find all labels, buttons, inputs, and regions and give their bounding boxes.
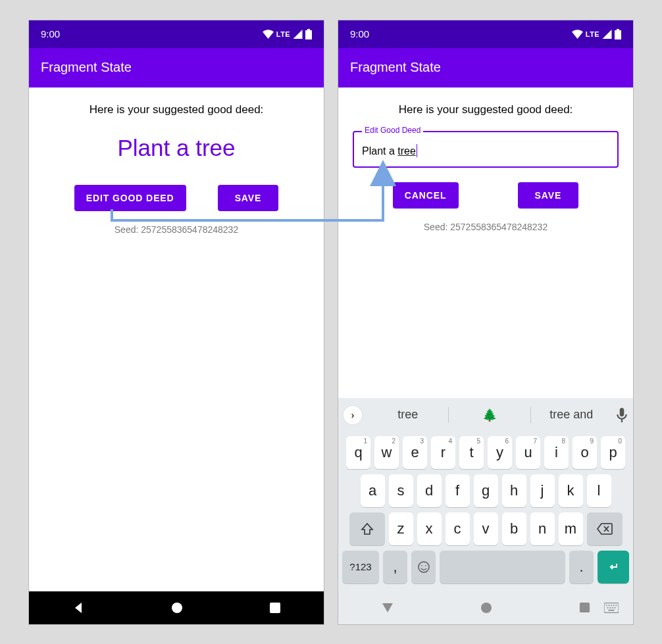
suggested-label: Here is your suggested good deed: — [41, 103, 312, 116]
space-key[interactable] — [440, 551, 565, 583]
svg-point-2 — [419, 562, 429, 572]
svg-point-4 — [425, 565, 426, 566]
wifi-icon — [263, 30, 274, 39]
wifi-icon — [572, 30, 583, 39]
enter-key[interactable] — [598, 551, 629, 583]
suggested-label: Here is your suggested good deed: — [353, 103, 619, 116]
kb-expand-icon[interactable]: › — [344, 406, 362, 424]
backspace-icon — [597, 523, 613, 535]
key-t[interactable]: t5 — [459, 436, 484, 469]
key-z[interactable]: z — [389, 512, 413, 545]
svg-rect-11 — [613, 605, 615, 606]
backspace-key[interactable] — [587, 512, 623, 545]
kb-suggestion-1[interactable]: tree — [367, 408, 448, 422]
deed-text: Plant a tree — [41, 135, 312, 161]
kb-suggestion-2[interactable]: 🌲 — [449, 408, 530, 422]
app-title: Fragment State — [41, 60, 132, 75]
svg-point-5 — [481, 603, 492, 613]
enter-icon — [607, 560, 620, 574]
svg-rect-9 — [608, 605, 609, 606]
shift-icon — [361, 522, 374, 535]
nav-home-icon[interactable] — [480, 601, 493, 614]
period-key[interactable]: . — [569, 551, 594, 583]
symbols-key[interactable]: ?123 — [342, 551, 379, 583]
key-h[interactable]: h — [502, 474, 526, 507]
signal-icon — [293, 30, 303, 39]
nav-back-icon[interactable] — [72, 601, 85, 614]
nav-recent-icon[interactable] — [579, 602, 590, 613]
svg-rect-12 — [615, 605, 617, 606]
key-j[interactable]: j — [530, 474, 555, 507]
key-d[interactable]: d — [417, 474, 442, 507]
key-m[interactable]: m — [559, 512, 583, 545]
svg-rect-10 — [611, 605, 612, 606]
key-x[interactable]: x — [417, 512, 442, 545]
button-row-right: CANCEL SAVE — [353, 182, 619, 209]
content-right: Here is your suggested good deed: Edit G… — [338, 87, 633, 398]
lte-label: LTE — [276, 30, 290, 38]
key-l[interactable]: l — [587, 474, 611, 507]
key-k[interactable]: k — [559, 474, 583, 507]
kb-row-1: q1w2e3r4t5y6u7i8o9p0 — [340, 436, 631, 469]
key-r[interactable]: r4 — [431, 436, 455, 469]
kb-row-4: ?123 , . — [340, 551, 631, 583]
shift-key[interactable] — [349, 512, 385, 545]
phone-right: 9:00 LTE Fragment State Here is your sug… — [338, 20, 634, 625]
nav-back-icon[interactable] — [381, 601, 394, 614]
svg-rect-15 — [612, 607, 613, 608]
edit-field-wrap: Edit Good Deed Plant a tree — [353, 131, 619, 168]
key-g[interactable]: g — [474, 474, 498, 507]
key-w[interactable]: w2 — [374, 436, 399, 469]
soft-keyboard[interactable]: › tree 🌲 tree and q1w2e3r4t5y6u7i8o9p0 a… — [338, 398, 633, 591]
battery-icon — [615, 29, 621, 39]
battery-icon — [305, 29, 312, 39]
nav-recent-icon[interactable] — [269, 602, 281, 614]
comma-key[interactable]: , — [383, 551, 407, 583]
lte-label: LTE — [586, 30, 599, 38]
svg-point-3 — [421, 565, 422, 566]
key-y[interactable]: y6 — [488, 436, 512, 469]
status-time: 9:00 — [350, 28, 369, 39]
app-title: Fragment State — [350, 60, 441, 75]
key-s[interactable]: s — [389, 474, 413, 507]
status-icons: LTE — [572, 29, 621, 39]
button-row-left: EDIT GOOD DEED SAVE — [41, 185, 312, 211]
save-button[interactable]: SAVE — [218, 185, 279, 211]
svg-rect-8 — [606, 605, 607, 606]
key-c[interactable]: c — [446, 512, 470, 545]
svg-point-0 — [172, 603, 182, 613]
app-bar: Fragment State — [29, 48, 324, 87]
status-bar: 9:00 LTE — [29, 20, 324, 48]
key-u[interactable]: u7 — [516, 436, 540, 469]
edit-good-deed-input[interactable]: Plant a tree — [353, 131, 619, 168]
emoji-key[interactable] — [411, 551, 436, 583]
nav-home-icon[interactable] — [170, 601, 184, 614]
key-p[interactable]: p0 — [601, 436, 625, 469]
phone-left: 9:00 LTE Fragment State Here is your sug… — [28, 20, 324, 625]
key-b[interactable]: b — [502, 512, 526, 545]
status-time: 9:00 — [41, 28, 60, 39]
cancel-button[interactable]: CANCEL — [393, 182, 459, 209]
seed-label: Seed: 2572558365478248232 — [353, 222, 619, 232]
key-i[interactable]: i8 — [544, 436, 569, 469]
svg-rect-7 — [604, 603, 619, 612]
svg-rect-14 — [609, 607, 611, 608]
kb-suggestion-3[interactable]: tree and — [531, 408, 612, 422]
svg-rect-16 — [615, 607, 616, 608]
seed-label: Seed: 2572558365478248232 — [41, 224, 312, 235]
keyboard-switch-icon[interactable] — [604, 603, 619, 613]
kb-rows: q1w2e3r4t5y6u7i8o9p0 asdfghjkl zxcvbnm ?… — [338, 432, 633, 591]
key-v[interactable]: v — [474, 512, 498, 545]
key-e[interactable]: e3 — [403, 436, 427, 469]
edit-good-deed-button[interactable]: EDIT GOOD DEED — [74, 185, 186, 211]
edit-value-prefix: Plant a — [362, 145, 397, 157]
key-a[interactable]: a — [361, 474, 385, 507]
key-f[interactable]: f — [446, 474, 470, 507]
mic-icon[interactable] — [616, 408, 628, 422]
key-o[interactable]: o9 — [573, 436, 597, 469]
app-bar: Fragment State — [338, 48, 633, 87]
save-button[interactable]: SAVE — [518, 182, 579, 209]
svg-rect-13 — [607, 607, 609, 608]
key-q[interactable]: q1 — [346, 436, 370, 469]
key-n[interactable]: n — [530, 512, 555, 545]
